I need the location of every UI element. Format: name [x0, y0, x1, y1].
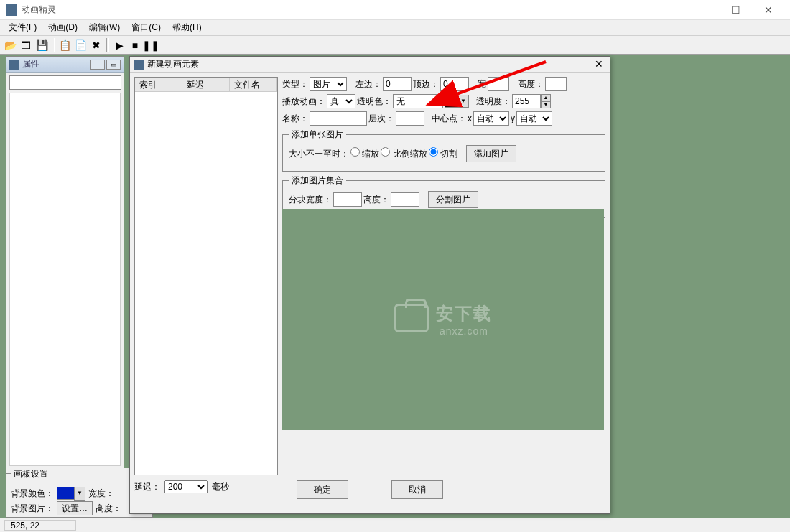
- split-image-button[interactable]: 分割图片: [428, 191, 478, 208]
- toolbar-separator: [52, 38, 55, 52]
- dialog-close-button[interactable]: ✕: [592, 58, 605, 71]
- open-icon[interactable]: 📂: [3, 38, 17, 52]
- center-x-label: x: [468, 113, 472, 123]
- left-label: 左边：: [356, 78, 381, 90]
- opacity-input[interactable]: [512, 94, 541, 108]
- pause-icon[interactable]: ❚❚: [144, 38, 158, 52]
- blockh-label: 高度：: [363, 194, 389, 206]
- top-input[interactable]: [440, 77, 469, 91]
- delete-icon[interactable]: ✖: [89, 38, 103, 52]
- width-label: 宽: [478, 78, 486, 90]
- name-label: 名称：: [282, 113, 308, 125]
- playanim-select[interactable]: 真: [327, 94, 356, 108]
- watermark-icon: [394, 304, 429, 332]
- canvas-height-label: 高度：: [96, 503, 121, 515]
- preview-area: 安下载 anxz.com: [282, 209, 604, 430]
- center-label: 中心点：: [432, 113, 466, 125]
- frame-list[interactable]: 索引 延迟 文件名: [134, 77, 278, 475]
- canvas-width-label: 宽度：: [88, 487, 114, 500]
- properties-panel: 属性 — ▭: [6, 56, 124, 508]
- grp2-legend: 添加图片集合: [289, 174, 346, 187]
- window-controls: — ☐ ✕: [687, 0, 784, 20]
- opacity-down[interactable]: ▼: [541, 101, 551, 108]
- playanim-label: 播放动画：: [282, 95, 325, 108]
- properties-title: 属性: [22, 58, 89, 70]
- properties-search-input[interactable]: [9, 75, 121, 90]
- grp1-legend: 添加单张图片: [289, 129, 346, 141]
- col-filename[interactable]: 文件名: [230, 78, 277, 91]
- transcolor-select[interactable]: 无: [393, 94, 443, 108]
- blockw-input[interactable]: [333, 192, 362, 207]
- close-button[interactable]: ✕: [752, 0, 784, 20]
- play-icon[interactable]: ▶: [112, 38, 126, 52]
- top-label: 顶边：: [413, 78, 439, 90]
- size-mismatch-label: 大小不一至时：: [289, 148, 349, 160]
- bgimg-label: 背景图片：: [11, 503, 54, 515]
- properties-header: 属性 — ▭: [6, 57, 124, 73]
- properties-icon: [9, 60, 19, 70]
- opacity-spinner[interactable]: ▲▼: [512, 94, 551, 108]
- new-icon[interactable]: 🗔: [19, 38, 33, 52]
- bgcolor-label: 背景颜色：: [11, 487, 54, 500]
- add-image-button[interactable]: 添加图片: [466, 145, 516, 162]
- watermark-text2: anxz.com: [436, 325, 492, 337]
- menu-bar: 文件(F) 动画(D) 编辑(W) 窗口(C) 帮助(H): [0, 20, 790, 36]
- bgcolor-picker[interactable]: [57, 487, 85, 500]
- menu-anim[interactable]: 动画(D): [42, 20, 83, 35]
- properties-body: [9, 93, 121, 466]
- blockw-label: 分块宽度：: [289, 194, 332, 206]
- menu-file[interactable]: 文件(F): [3, 20, 42, 35]
- frame-list-header: 索引 延迟 文件名: [135, 78, 277, 92]
- height-label: 高度：: [518, 78, 544, 90]
- panel-restore-button[interactable]: ▭: [106, 60, 121, 70]
- minimize-button[interactable]: —: [687, 0, 720, 20]
- title-bar: 动画精灵 — ☐ ✕: [0, 0, 790, 20]
- radio-scale[interactable]: 缩放: [350, 147, 379, 160]
- height-input[interactable]: [545, 77, 567, 91]
- watermark: 安下载 anxz.com: [394, 302, 492, 337]
- dialog-buttons: 确定 取消: [130, 480, 610, 499]
- status-bar: 525, 22: [0, 518, 790, 532]
- work-area: 属性 — ▭ 画板设置 背景颜色： 宽度： 背景图片： 设置… 高度： 新建动画…: [0, 55, 790, 518]
- menu-edit[interactable]: 编辑(W): [83, 20, 126, 35]
- cancel-button[interactable]: 取消: [391, 480, 443, 499]
- maximize-button[interactable]: ☐: [720, 0, 752, 20]
- new-element-dialog: 新建动画元素 ✕ 索引 延迟 文件名 类型： 图片 左边： 顶边： 宽: [129, 56, 610, 514]
- center-y-label: y: [511, 113, 515, 123]
- opacity-label: 透明度：: [476, 95, 511, 108]
- radio-cut[interactable]: 切割: [429, 147, 457, 160]
- save-icon[interactable]: 💾: [34, 38, 49, 52]
- layer-label: 层次：: [368, 113, 394, 125]
- dialog-header[interactable]: 新建动画元素 ✕: [130, 57, 610, 73]
- left-input[interactable]: [383, 77, 412, 91]
- center-x-select[interactable]: 自动: [473, 111, 509, 126]
- transcolor-picker[interactable]: ▼: [445, 95, 469, 108]
- menu-help[interactable]: 帮助(H): [167, 20, 208, 35]
- col-delay[interactable]: 延迟: [182, 78, 230, 91]
- copy-icon[interactable]: 📋: [57, 38, 72, 52]
- layer-input[interactable]: [396, 111, 424, 126]
- opacity-up[interactable]: ▲: [541, 94, 551, 101]
- add-single-image-group: 添加单张图片 大小不一至时： 缩放 比例缩放 切割 添加图片: [282, 129, 605, 172]
- radio-propscale[interactable]: 比例缩放: [381, 147, 427, 160]
- app-title: 动画精灵: [22, 4, 687, 16]
- dialog-icon: [134, 60, 144, 70]
- type-label: 类型：: [282, 78, 308, 90]
- panel-minimize-button[interactable]: —: [90, 60, 105, 70]
- stop-icon[interactable]: ■: [128, 38, 142, 52]
- toolbar: 📂 🗔 💾 📋 📄 ✖ ▶ ■ ❚❚: [0, 36, 790, 55]
- transcolor-label: 透明色：: [357, 95, 391, 108]
- col-index[interactable]: 索引: [135, 78, 182, 91]
- toolbar-separator: [106, 38, 109, 52]
- menu-window[interactable]: 窗口(C): [126, 20, 167, 35]
- bgimg-set-button[interactable]: 设置…: [57, 501, 93, 515]
- ok-button[interactable]: 确定: [297, 480, 348, 499]
- type-select[interactable]: 图片: [310, 77, 347, 91]
- paste-icon[interactable]: 📄: [73, 38, 88, 52]
- status-coords: 525, 22: [4, 520, 76, 531]
- width-input[interactable]: [488, 77, 509, 91]
- watermark-text1: 安下载: [436, 302, 492, 325]
- center-y-select[interactable]: 自动: [516, 111, 552, 126]
- blockh-input[interactable]: [391, 192, 419, 207]
- name-input[interactable]: [310, 111, 367, 126]
